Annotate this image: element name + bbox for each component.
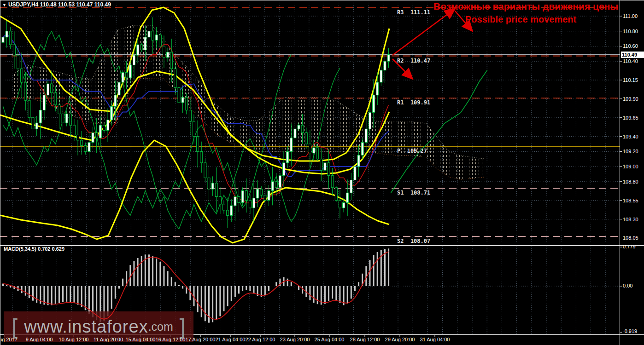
pivot-level-label: R2 110.47	[397, 58, 430, 64]
grid	[0, 0, 620, 334]
time-axis-label: 31 Aug 04:00	[420, 337, 450, 342]
price-axis-label: 110.40	[623, 58, 638, 64]
macd-scale-top: 0.779	[623, 244, 636, 249]
price-axis-label: 109.65	[623, 115, 638, 121]
pivot-level-label: R3 111.11	[397, 9, 430, 16]
chart-canvas[interactable]	[0, 0, 644, 345]
price-axis-label: 109.20	[623, 149, 638, 154]
time-axis-label: 21 Aug 04:00	[216, 337, 246, 342]
macd-scale-zero: 0.00	[623, 283, 632, 288]
symbol-quote: 110.48 110.53 110.47 110.49	[40, 1, 111, 8]
watermark-suffix-text: .com	[148, 320, 173, 334]
pivot-level-label: R1 109.91	[397, 99, 430, 106]
price-axis-label: 109.40	[623, 134, 638, 139]
time-axis-label: 10 Aug 12:00	[59, 337, 89, 342]
trading-chart-window: [ www.instaforex .com ] ▼USDJPY,H4 110.4…	[0, 0, 644, 345]
watermark-close-bracket: ]	[180, 314, 186, 339]
price-axis-label: 109.00	[623, 164, 638, 169]
macd-indicator-label: MACD(5,34,5) 0.702 0.629	[4, 246, 64, 252]
time-axis-label: 17 Aug 20:00	[186, 337, 216, 342]
time-axis-label: 29 Aug 20:00	[385, 337, 415, 342]
price-axis-label: 108.30	[623, 217, 638, 222]
symbol-name: USDJPY,H4	[8, 1, 38, 8]
pivot-level-label: S2 108.07	[397, 238, 430, 244]
price-axis-label: 110.80	[623, 29, 638, 34]
watermark-site-text: www.instaforex	[24, 317, 148, 337]
time-axis-label: 25 Aug 04:00	[315, 337, 345, 342]
time-axis-label: 11 Aug 20:00	[94, 337, 123, 342]
time-axis-label: 15 Aug 04:00	[126, 337, 156, 342]
annotation-english: Possible price movement	[465, 14, 576, 25]
price-axis-label: 111.00	[623, 13, 638, 19]
symbol-title: ▼USDJPY,H4 110.48 110.53 110.47 110.49	[2, 1, 111, 8]
price-axis-label: 110.60	[623, 43, 638, 49]
price-axis-label: 110.15	[623, 77, 638, 83]
price-axis-label: 108.05	[623, 235, 638, 241]
price-axis-label: 108.80	[623, 179, 638, 184]
current-price-badge: 110.49	[621, 52, 644, 58]
macd-scale-bottom: -0.919	[623, 328, 637, 334]
time-axis-label: 7 Aug 2017	[0, 337, 18, 342]
price-axis-label: 108.55	[623, 198, 638, 203]
watermark-open-bracket: [	[12, 314, 18, 339]
time-axis-label: 28 Aug 12:00	[350, 337, 380, 342]
price-axis-label: 109.90	[623, 96, 638, 102]
time-axis-label: 23 Aug 20:00	[280, 337, 310, 342]
time-axis-label: 16 Aug 12:00	[156, 337, 186, 342]
pivot-level-label: S1 108.71	[397, 190, 430, 196]
annotation-russian: Возможные варианты движения цены	[433, 1, 618, 12]
chart-symbol-icon: ▼	[2, 3, 6, 7]
time-axis-label: 9 Aug 04:00	[26, 337, 53, 342]
time-axis-label: 22 Aug 12:00	[246, 337, 275, 342]
pivot-level-label: P 109.27	[397, 148, 427, 154]
